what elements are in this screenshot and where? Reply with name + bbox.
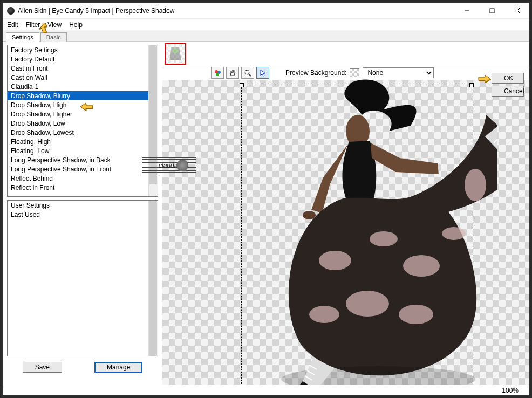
list-item[interactable]: Cast on Wall [8,73,148,82]
list-item[interactable]: Floating, High [8,137,148,146]
hint-pointer-icon [36,23,50,33]
svg-rect-1 [490,9,494,13]
list-header: Factory Settings [8,45,148,54]
bg-swatch-icon [350,68,359,77]
preview-canvas[interactable] [162,80,529,385]
preview-bg-label: Preview Background: [285,69,346,77]
svg-point-10 [303,211,316,219]
title-bar: Alien Skin | Eye Candy 5 Impact | Perspe… [3,3,529,19]
list-item[interactable]: Drop Shadow, Low [8,119,148,128]
list-item[interactable]: Cast in Front [8,64,148,73]
preview-bg-select[interactable]: None [363,67,434,78]
list-item[interactable]: Drop Shadow, High [8,100,148,109]
maximize-button[interactable] [480,3,504,19]
tab-settings[interactable]: Settings [6,32,39,42]
status-bar: 100% [3,385,529,395]
tab-basic[interactable]: Basic [40,32,67,42]
list-item[interactable]: Long Perspective Shadow, in Back [8,155,148,164]
preview-image [216,77,497,385]
preview-thumbnail[interactable] [165,43,186,65]
factory-settings-list[interactable]: Factory SettingsFactory DefaultCast in F… [7,45,158,197]
svg-point-17 [442,227,466,240]
list-item[interactable]: Last Used [8,210,148,219]
list-item[interactable]: Claudia-1 [8,82,148,91]
svg-point-18 [465,169,486,201]
svg-point-15 [309,306,339,323]
svg-line-8 [249,74,251,76]
thumbnail-strip [162,42,529,66]
list-header: User Settings [8,201,148,210]
menu-help[interactable]: Help [69,21,83,29]
list-item[interactable]: Drop Shadow, Blurry [8,91,148,100]
settings-panel: Factory SettingsFactory DefaultCast in F… [3,42,162,385]
scrollbar[interactable] [148,201,158,356]
close-button[interactable] [504,3,529,19]
menu-edit[interactable]: Edit [7,21,18,29]
manage-button[interactable]: Manage [94,362,142,373]
hint-pointer-icon [79,102,93,112]
user-settings-list[interactable]: User SettingsLast Used [7,200,158,356]
list-item[interactable]: Drop Shadow, Higher [8,109,148,119]
watermark: claudia [142,156,196,175]
list-item[interactable]: Reflect in Front [8,183,148,192]
svg-point-12 [370,231,398,246]
svg-point-14 [346,291,389,317]
list-item[interactable]: Factory Default [8,54,148,64]
minimize-button[interactable] [455,3,480,19]
cancel-button[interactable]: Cancel [492,86,524,97]
ok-button[interactable]: OK [492,73,524,84]
app-icon [7,7,15,15]
list-item[interactable]: Reflect Behind [8,174,148,183]
hint-pointer-icon [478,74,492,84]
svg-point-13 [403,255,440,277]
svg-point-16 [399,305,433,324]
tab-bar: Settings Basic [3,31,529,42]
svg-point-7 [245,70,249,74]
svg-point-6 [216,73,219,76]
list-item[interactable]: Drop Shadow, Lowest [8,128,148,137]
window-title: Alien Skin | Eye Candy 5 Impact | Perspe… [18,7,455,15]
zoom-level: 100% [502,387,519,394]
list-item[interactable]: Long Perspective Shadow, in Front [8,164,148,174]
menu-bar: Edit Filter View Help [3,19,529,31]
save-button[interactable]: Save [23,362,62,373]
svg-point-11 [319,251,351,270]
list-item[interactable]: Floating, Low [8,146,148,155]
